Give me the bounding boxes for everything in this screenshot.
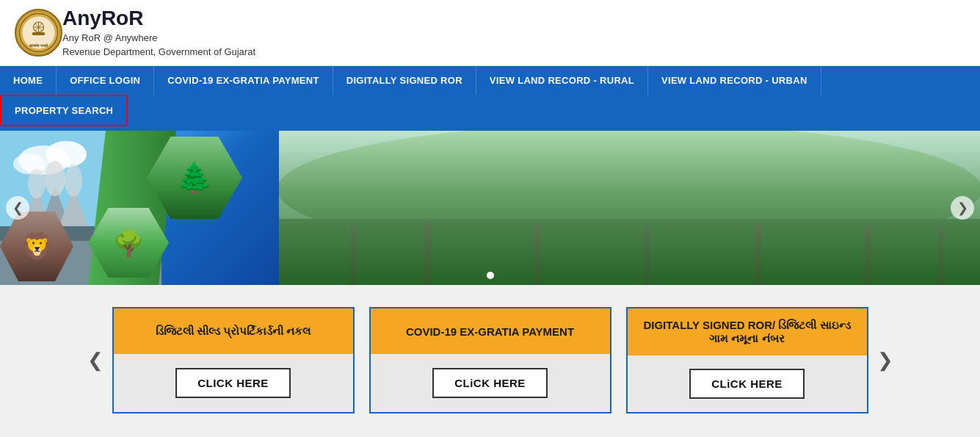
svg-rect-23 [279,219,980,285]
card-2-click-btn[interactable]: CLiCK HERE [432,368,548,398]
hero-carousel: 🌲 🦁 🌳 [0,131,980,285]
svg-point-19 [65,165,82,197]
cards-prev-arrow[interactable]: ❮ [79,349,112,372]
svg-text:सत्यमेव जयते: सत्यमेव जयते [29,43,48,48]
nav-covid-payment[interactable]: COVID-19 EX-GRATIA PAYMENT [154,66,333,95]
header-text-block: AnyRoR Any RoR @ Anywhere Revenue Depart… [62,6,255,59]
card-3-click-btn[interactable]: CLiCK HERE [689,369,805,399]
svg-rect-26 [534,225,541,285]
svg-rect-27 [645,226,650,285]
svg-rect-25 [424,223,432,285]
svg-rect-29 [865,225,871,285]
card-3-body: CLiCK HERE [628,355,867,412]
card-digitally-sealed: ડિજિટલી સીલ્ડ પ્રોપર્ટિકાર્ડની નકલ CLICK… [112,307,355,413]
header: सत्यमेव जयते AnyRoR Any RoR @ Anywhere R… [0,0,980,66]
nav-office-login[interactable]: OFFICE LOGIN [57,66,154,95]
svg-rect-30 [938,227,944,285]
card-1-title: ડિજિટલી સીલ્ડ પ્રોપર્ટિકાર્ડની નકલ [114,308,353,354]
card-1-click-btn[interactable]: CLICK HERE [175,368,291,398]
navigation: HOME OFFICE LOGIN COVID-19 EX-GRATIA PAY… [0,66,980,131]
hero-right-bg [279,131,980,285]
forest-bg-svg [279,131,980,285]
card-3-title: DIGITALLY SIGNED ROR/ ડિજિટલી સાઇન્ડ ગામ… [628,308,867,355]
svg-point-22 [279,131,980,256]
site-tagline2: Revenue Department, Government of Gujara… [62,45,255,59]
svg-rect-24 [351,226,357,285]
hero-collage: 🌲 🦁 🌳 [0,131,279,285]
nav-land-rural[interactable]: VIEW LAND RECORD - RURAL [476,66,648,95]
site-tagline1: Any RoR @ Anywhere [62,31,255,46]
hero-next-arrow[interactable]: ❯ [951,196,974,220]
cards-next-arrow[interactable]: ❯ [868,349,902,372]
card-covid-payment: COVID-19 EX-GRATIA PAYMENT CLiCK HERE [369,307,611,413]
nav-home[interactable]: HOME [0,66,57,95]
carousel-dot [487,272,494,279]
card-digitally-signed-ror: DIGITALLY SIGNED ROR/ ડિજિટલી સાઇન્ડ ગામ… [626,307,868,413]
svg-point-18 [45,161,65,196]
cards-inner: ડિજિટલી સીલ્ડ પ્રોપર્ટિકાર્ડની નકલ CLICK… [112,307,868,413]
svg-point-17 [28,169,46,198]
nav-row-1: HOME OFFICE LOGIN COVID-19 EX-GRATIA PAY… [0,66,980,95]
cards-section: ❮ ડિજિટલી સીલ્ડ પ્રોપર્ટિકાર્ડની નકલ CLI… [0,285,980,436]
nav-digitally-signed[interactable]: DIGITALLY SIGNED ROR [333,66,476,95]
card-1-body: CLICK HERE [114,354,353,412]
hero-prev-arrow[interactable]: ❮ [6,196,29,220]
nav-land-urban[interactable]: VIEW LAND RECORD - URBAN [648,66,821,95]
svg-rect-7 [32,32,45,35]
nav-row-2: PROPERTY SEARCH [0,95,980,131]
government-emblem: सत्यमेव जयते [15,9,62,57]
nav-property-search[interactable]: PROPERTY SEARCH [0,95,128,126]
svg-rect-21 [279,131,980,285]
svg-rect-28 [755,223,762,285]
card-2-body: CLiCK HERE [371,354,610,412]
card-2-title: COVID-19 EX-GRATIA PAYMENT [371,308,610,354]
site-name: AnyRoR [62,6,255,31]
